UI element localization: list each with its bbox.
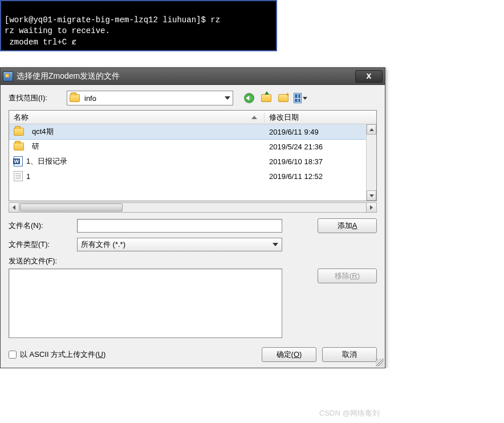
folder-icon — [14, 128, 24, 136]
files-to-send-label: 发送的文件(F): — [9, 256, 377, 266]
file-name: 1、日报记录 — [26, 156, 67, 166]
resize-grip-icon[interactable] — [376, 359, 384, 367]
file-name: 研 — [32, 141, 39, 152]
lookin-combo[interactable]: info — [67, 91, 233, 105]
file-name: qct4期 — [32, 127, 54, 137]
file-list: 名称 修改日期 qct4期2019/6/11 9:49研2019/5/24 21… — [9, 110, 377, 201]
text-file-icon — [14, 171, 23, 181]
view-grid-icon — [294, 93, 302, 103]
dialog-title: 选择使用Zmodem发送的文件 — [17, 71, 355, 82]
file-dialog: 选择使用Zmodem发送的文件 x 查找范围(I): info 名称 — [0, 67, 385, 368]
add-button[interactable]: 添加A — [318, 218, 377, 233]
table-row[interactable]: 1、日报记录2019/6/10 18:37 — [9, 154, 376, 169]
ascii-label: 以 ASCII 方式上传文件(U) — [20, 349, 105, 360]
table-row[interactable]: 12019/6/11 12:52 — [9, 169, 376, 184]
remove-button[interactable]: 移除(R) — [318, 269, 377, 283]
column-header-name[interactable]: 名称 — [9, 112, 265, 123]
folder-icon — [14, 143, 24, 151]
horizontal-scrollbar[interactable] — [9, 202, 377, 213]
up-one-level-button[interactable] — [259, 91, 273, 105]
view-menu-button[interactable] — [294, 91, 307, 105]
files-to-send-list[interactable] — [9, 269, 282, 338]
column-header-date[interactable]: 修改日期 — [265, 112, 376, 123]
file-date: 2019/6/11 12:52 — [265, 172, 376, 181]
scroll-down-button[interactable] — [367, 190, 376, 201]
file-date: 2019/6/11 9:49 — [265, 128, 376, 136]
scroll-up-button[interactable] — [367, 124, 376, 135]
ascii-checkbox-input[interactable] — [9, 351, 17, 359]
titlebar[interactable]: 选择使用Zmodem发送的文件 x — [1, 68, 385, 85]
table-row[interactable]: qct4期2019/6/11 9:49 — [9, 124, 376, 139]
word-doc-icon — [14, 156, 23, 166]
ok-button[interactable]: 确定(O) — [262, 347, 316, 362]
chevron-down-icon — [303, 97, 307, 100]
filetype-value: 所有文件 (*.*) — [81, 239, 125, 250]
folder-up-icon — [261, 94, 271, 102]
filename-label: 文件名(N): — [9, 221, 72, 231]
cancel-button[interactable]: 取消 — [322, 347, 377, 362]
file-name: 1 — [26, 172, 30, 181]
sort-asc-icon — [251, 116, 257, 119]
file-date: 2019/6/10 18:37 — [265, 157, 376, 166]
app-icon — [3, 71, 13, 82]
scroll-left-button[interactable] — [9, 203, 19, 212]
folder-icon — [70, 94, 80, 102]
table-row[interactable]: 研2019/5/24 21:36 — [9, 139, 376, 154]
terminal-line: [work@yq01-migrate-big-mem-lzq12 liuhuan… — [5, 15, 220, 25]
lookin-value: info — [84, 94, 96, 103]
back-button[interactable] — [242, 91, 256, 105]
terminal-line: zmodem trl+C ȼ — [5, 38, 76, 47]
vertical-scrollbar[interactable] — [366, 124, 376, 201]
scroll-thumb[interactable] — [20, 204, 123, 212]
close-button[interactable]: x — [355, 70, 383, 83]
chevron-down-icon — [225, 96, 230, 100]
new-folder-button[interactable] — [277, 91, 290, 105]
ascii-upload-checkbox[interactable]: 以 ASCII 方式上传文件(U) — [9, 349, 105, 360]
new-folder-icon — [278, 94, 288, 102]
filetype-combo[interactable]: 所有文件 (*.*) — [77, 238, 282, 251]
back-icon — [244, 93, 254, 103]
terminal: [work@yq01-migrate-big-mem-lzq12 liuhuan… — [0, 0, 277, 51]
lookin-label: 查找范围(I): — [9, 93, 62, 103]
filename-input[interactable] — [77, 219, 282, 233]
chevron-down-icon — [273, 243, 278, 246]
file-date: 2019/5/24 21:36 — [265, 143, 376, 151]
file-list-header: 名称 修改日期 — [9, 111, 376, 124]
terminal-line: rz waiting to receive. — [5, 26, 110, 35]
filetype-label: 文件类型(T): — [9, 239, 72, 250]
scroll-right-button[interactable] — [366, 203, 376, 212]
